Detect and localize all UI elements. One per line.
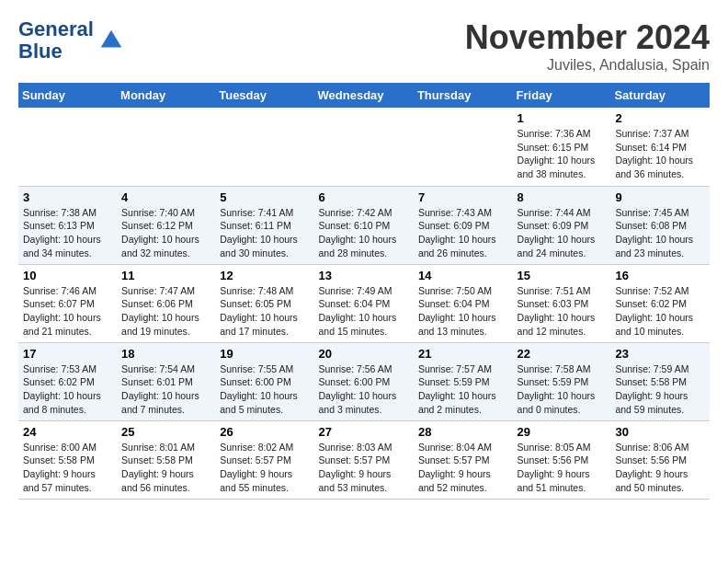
- weekday-header: Saturday: [610, 83, 710, 108]
- calendar-cell: 6Sunrise: 7:42 AM Sunset: 6:10 PM Daylig…: [314, 186, 414, 264]
- day-number: 16: [615, 269, 705, 282]
- day-info: Sunrise: 8:05 AM Sunset: 5:56 PM Dayligh…: [518, 441, 607, 495]
- day-number: 14: [418, 269, 508, 282]
- calendar-cell: 12Sunrise: 7:48 AM Sunset: 6:05 PM Dayli…: [215, 264, 313, 342]
- day-number: 13: [319, 269, 409, 282]
- calendar-cell: [414, 108, 513, 186]
- logo-text: GeneralBlue: [18, 18, 94, 63]
- calendar-cell: 18Sunrise: 7:54 AM Sunset: 6:01 PM Dayli…: [117, 342, 215, 420]
- day-info: Sunrise: 7:44 AM Sunset: 6:09 PM Dayligh…: [518, 206, 607, 260]
- day-number: 15: [518, 269, 607, 282]
- calendar-cell: 8Sunrise: 7:44 AM Sunset: 6:09 PM Daylig…: [513, 186, 611, 264]
- day-info: Sunrise: 7:38 AM Sunset: 6:13 PM Dayligh…: [23, 206, 112, 260]
- month-title: November 2024: [465, 18, 710, 57]
- day-number: 11: [121, 269, 210, 282]
- logo: GeneralBlue: [18, 18, 125, 63]
- day-number: 12: [220, 269, 309, 282]
- day-info: Sunrise: 8:06 AM Sunset: 5:56 PM Dayligh…: [615, 441, 705, 495]
- weekday-header-row: SundayMondayTuesdayWednesdayThursdayFrid…: [18, 83, 710, 108]
- weekday-header: Wednesday: [314, 83, 414, 108]
- calendar-cell: 28Sunrise: 8:04 AM Sunset: 5:57 PM Dayli…: [414, 420, 513, 499]
- calendar-cell: [117, 108, 215, 186]
- calendar-cell: 27Sunrise: 8:03 AM Sunset: 5:57 PM Dayli…: [314, 420, 414, 499]
- day-number: 8: [518, 190, 607, 204]
- day-info: Sunrise: 7:50 AM Sunset: 6:04 PM Dayligh…: [418, 284, 508, 339]
- calendar-cell: 11Sunrise: 7:47 AM Sunset: 6:06 PM Dayli…: [117, 264, 215, 342]
- calendar-cell: 25Sunrise: 8:01 AM Sunset: 5:58 PM Dayli…: [117, 420, 215, 499]
- calendar-week-row: 3Sunrise: 7:38 AM Sunset: 6:13 PM Daylig…: [18, 186, 710, 264]
- day-number: 26: [220, 425, 309, 439]
- day-number: 21: [418, 347, 508, 361]
- day-number: 4: [121, 190, 210, 204]
- day-info: Sunrise: 7:43 AM Sunset: 6:09 PM Dayligh…: [418, 206, 508, 260]
- calendar-week-row: 10Sunrise: 7:46 AM Sunset: 6:07 PM Dayli…: [18, 264, 710, 342]
- calendar-table: SundayMondayTuesdayWednesdayThursdayFrid…: [18, 83, 710, 500]
- calendar-cell: 10Sunrise: 7:46 AM Sunset: 6:07 PM Dayli…: [18, 264, 117, 342]
- day-info: Sunrise: 7:47 AM Sunset: 6:06 PM Dayligh…: [121, 284, 210, 339]
- day-info: Sunrise: 7:56 AM Sunset: 6:00 PM Dayligh…: [319, 362, 409, 417]
- calendar-cell: 2Sunrise: 7:37 AM Sunset: 6:14 PM Daylig…: [610, 108, 710, 186]
- calendar-cell: 4Sunrise: 7:40 AM Sunset: 6:12 PM Daylig…: [117, 186, 215, 264]
- day-info: Sunrise: 7:53 AM Sunset: 6:02 PM Dayligh…: [23, 362, 112, 417]
- day-number: 6: [319, 190, 409, 204]
- location: Juviles, Andalusia, Spain: [465, 57, 710, 74]
- calendar-cell: 26Sunrise: 8:02 AM Sunset: 5:57 PM Dayli…: [215, 420, 313, 499]
- day-number: 9: [615, 190, 705, 204]
- calendar-cell: 17Sunrise: 7:53 AM Sunset: 6:02 PM Dayli…: [18, 342, 117, 420]
- day-info: Sunrise: 7:48 AM Sunset: 6:05 PM Dayligh…: [220, 284, 309, 339]
- calendar-cell: 16Sunrise: 7:52 AM Sunset: 6:02 PM Dayli…: [610, 264, 710, 342]
- day-info: Sunrise: 7:45 AM Sunset: 6:08 PM Dayligh…: [615, 206, 705, 260]
- calendar-cell: 22Sunrise: 7:58 AM Sunset: 5:59 PM Dayli…: [513, 342, 611, 420]
- day-info: Sunrise: 7:54 AM Sunset: 6:01 PM Dayligh…: [121, 362, 210, 417]
- day-number: 3: [23, 190, 112, 204]
- calendar-cell: 21Sunrise: 7:57 AM Sunset: 5:59 PM Dayli…: [414, 342, 513, 420]
- day-number: 30: [615, 425, 705, 439]
- calendar-cell: 29Sunrise: 8:05 AM Sunset: 5:56 PM Dayli…: [513, 420, 611, 499]
- day-number: 19: [220, 347, 309, 361]
- calendar-week-row: 24Sunrise: 8:00 AM Sunset: 5:58 PM Dayli…: [18, 420, 710, 499]
- calendar-cell: 3Sunrise: 7:38 AM Sunset: 6:13 PM Daylig…: [18, 186, 117, 264]
- day-number: 1: [518, 111, 607, 125]
- weekday-header: Sunday: [18, 83, 117, 108]
- logo-icon: [97, 27, 125, 54]
- day-info: Sunrise: 7:42 AM Sunset: 6:10 PM Dayligh…: [319, 206, 409, 260]
- weekday-header: Monday: [117, 83, 215, 108]
- calendar-cell: [215, 108, 313, 186]
- day-number: 24: [23, 425, 112, 439]
- day-info: Sunrise: 7:51 AM Sunset: 6:03 PM Dayligh…: [518, 284, 607, 339]
- calendar-week-row: 17Sunrise: 7:53 AM Sunset: 6:02 PM Dayli…: [18, 342, 710, 420]
- calendar-cell: 14Sunrise: 7:50 AM Sunset: 6:04 PM Dayli…: [414, 264, 513, 342]
- calendar-cell: 5Sunrise: 7:41 AM Sunset: 6:11 PM Daylig…: [215, 186, 313, 264]
- day-info: Sunrise: 7:41 AM Sunset: 6:11 PM Dayligh…: [220, 206, 309, 260]
- calendar-cell: 1Sunrise: 7:36 AM Sunset: 6:15 PM Daylig…: [513, 108, 611, 186]
- day-number: 18: [121, 347, 210, 361]
- calendar-cell: 20Sunrise: 7:56 AM Sunset: 6:00 PM Dayli…: [314, 342, 414, 420]
- day-info: Sunrise: 7:55 AM Sunset: 6:00 PM Dayligh…: [220, 362, 309, 417]
- calendar-cell: [18, 108, 117, 186]
- calendar-cell: 23Sunrise: 7:59 AM Sunset: 5:58 PM Dayli…: [610, 342, 710, 420]
- day-info: Sunrise: 8:04 AM Sunset: 5:57 PM Dayligh…: [418, 441, 508, 495]
- title-area: November 2024 Juviles, Andalusia, Spain: [465, 18, 710, 74]
- weekday-header: Tuesday: [215, 83, 313, 108]
- day-number: 7: [418, 190, 508, 204]
- page-header: GeneralBlue November 2024 Juviles, Andal…: [18, 18, 710, 74]
- calendar-cell: 9Sunrise: 7:45 AM Sunset: 6:08 PM Daylig…: [610, 186, 710, 264]
- day-number: 28: [418, 425, 508, 439]
- day-number: 5: [220, 190, 309, 204]
- day-info: Sunrise: 8:02 AM Sunset: 5:57 PM Dayligh…: [220, 441, 309, 495]
- calendar-cell: 30Sunrise: 8:06 AM Sunset: 5:56 PM Dayli…: [610, 420, 710, 499]
- day-info: Sunrise: 7:49 AM Sunset: 6:04 PM Dayligh…: [319, 284, 409, 339]
- day-info: Sunrise: 7:57 AM Sunset: 5:59 PM Dayligh…: [418, 362, 508, 417]
- weekday-header: Friday: [513, 83, 611, 108]
- day-number: 29: [518, 425, 607, 439]
- day-number: 25: [121, 425, 210, 439]
- day-info: Sunrise: 7:40 AM Sunset: 6:12 PM Dayligh…: [121, 206, 210, 260]
- day-number: 10: [23, 269, 112, 282]
- day-number: 27: [319, 425, 409, 439]
- calendar-cell: 13Sunrise: 7:49 AM Sunset: 6:04 PM Dayli…: [314, 264, 414, 342]
- day-info: Sunrise: 8:03 AM Sunset: 5:57 PM Dayligh…: [319, 441, 409, 495]
- day-number: 2: [615, 111, 705, 125]
- day-info: Sunrise: 7:46 AM Sunset: 6:07 PM Dayligh…: [23, 284, 112, 339]
- day-info: Sunrise: 7:58 AM Sunset: 5:59 PM Dayligh…: [518, 362, 607, 417]
- calendar-week-row: 1Sunrise: 7:36 AM Sunset: 6:15 PM Daylig…: [18, 108, 710, 186]
